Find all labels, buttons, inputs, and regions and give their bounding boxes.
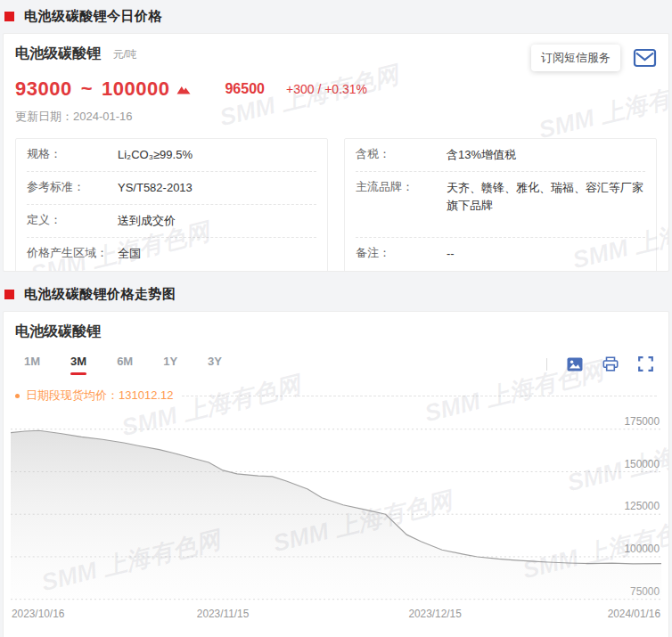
section-header-price-trend: 电池级碳酸锂价格走势图 [0, 278, 672, 311]
y-axis-label: 150000 [624, 458, 660, 470]
spec-label: 备注： [356, 245, 447, 261]
y-axis-label: 100000 [624, 543, 660, 555]
spec-value: 含13%增值税 [447, 146, 645, 164]
save-image-icon[interactable] [567, 357, 583, 372]
x-axis-label: 2024/01/16 [608, 608, 661, 620]
spec-row: 价格产生区域：全国 [27, 238, 316, 271]
envelope-icon[interactable] [633, 47, 657, 69]
spec-row: 备注：-- [356, 238, 645, 271]
product-title-group: 电池级碳酸锂 元/吨 [15, 45, 137, 63]
spec-value: 天齐、赣锋、雅化、瑞福、容汇等厂家旗下品牌 [447, 179, 645, 215]
chart-title: 电池级碳酸锂 [15, 323, 657, 341]
price-unit: 元/吨 [112, 48, 136, 61]
price-range-separator: ~ [81, 78, 93, 101]
tab-1m[interactable]: 1M [24, 355, 40, 373]
update-date-row: 更新日期：2024-01-16 [15, 109, 657, 125]
price-high: 100000 [102, 78, 169, 101]
time-range-tabs: 1M3M6M1Y3Y [15, 355, 252, 373]
chart-card: SMM 上海有色网 SMM 上海有色网 SMM 上海有色网 SMM 上海有色网 … [3, 311, 669, 637]
update-date-label: 更新日期： [15, 110, 73, 123]
spec-label: 含税： [356, 146, 447, 162]
up-arrow-icon [176, 85, 191, 94]
y-axis-label: 175000 [624, 415, 660, 428]
product-name: 电池级碳酸锂 [15, 45, 101, 61]
spec-value: Li₂CO₃≥99.5% [118, 146, 316, 164]
toolbar-divider [546, 358, 547, 371]
section-title-today-price: 电池级碳酸锂今日价格 [24, 8, 162, 25]
section-title-price-trend: 电池级碳酸锂价格走势图 [24, 286, 176, 303]
spec-label: 参考标准： [27, 179, 118, 195]
legend-dot-icon [15, 394, 20, 398]
x-axis-label: 2023/10/16 [12, 608, 65, 620]
spec-row: 主流品牌：天齐、赣锋、雅化、瑞福、容汇等厂家旗下品牌 [356, 172, 645, 238]
price-change: +300 / +0.31% [286, 82, 367, 96]
tab-6m[interactable]: 6M [117, 355, 133, 373]
tab-1y[interactable]: 1Y [163, 355, 177, 373]
spec-row: 规格：Li₂CO₃≥99.5% [27, 139, 316, 172]
page: 电池级碳酸锂今日价格 SMM 上海有色网 SMM 上海有色网 SMM 上海有色网… [0, 0, 672, 637]
tab-3m[interactable]: 3M [70, 355, 86, 373]
update-date-value: 2024-01-16 [73, 110, 133, 123]
spec-row: 含税：含13%增值税 [356, 139, 645, 172]
tab-3y[interactable]: 3Y [208, 355, 222, 373]
spec-label: 规格： [27, 146, 118, 162]
red-square-bullet [4, 290, 14, 299]
chart-legend: 日期段现货均价：131012.12 [15, 388, 657, 404]
spec-table-right: 含税：含13%增值税主流品牌：天齐、赣锋、雅化、瑞福、容汇等厂家旗下品牌备注：-… [344, 138, 657, 272]
price-low: 93000 [15, 78, 72, 101]
area-fill [11, 430, 661, 599]
section-header-today-price: 电池级碳酸锂今日价格 [0, 0, 672, 33]
spec-value: -- [447, 245, 645, 263]
spec-label: 主流品牌： [356, 179, 447, 195]
x-axis-label: 2023/12/15 [408, 608, 462, 620]
spec-label: 价格产生区域： [27, 245, 118, 261]
printer-icon[interactable] [602, 356, 619, 372]
price-chart-svg: 750001000001250001500001750002023/10/162… [11, 409, 661, 622]
spec-row: 定义：送到成交价 [27, 205, 316, 238]
spec-table-left: 规格：Li₂CO₃≥99.5%参考标准：YS/T582-2013定义：送到成交价… [15, 138, 328, 272]
subscribe-sms-button[interactable]: 订阅短信服务 [531, 45, 620, 71]
spec-value: YS/T582-2013 [118, 179, 316, 197]
spec-value: 全国 [118, 245, 316, 263]
y-axis-label: 125000 [624, 500, 660, 512]
x-axis-label: 2023/11/15 [197, 608, 250, 620]
price-card: SMM 上海有色网 SMM 上海有色网 SMM 上海有色网 SMM 上海有色网 … [3, 33, 669, 272]
red-square-bullet [4, 12, 14, 21]
price-chart[interactable]: 750001000001250001500001750002023/10/162… [11, 409, 661, 622]
spec-row: 参考标准：YS/T582-2013 [27, 172, 316, 205]
legend-text: 日期段现货均价：131012.12 [26, 388, 173, 404]
spec-label: 定义： [27, 212, 118, 228]
spec-value: 送到成交价 [118, 212, 316, 230]
fullscreen-icon[interactable] [638, 356, 653, 372]
avg-price: 96500 [225, 81, 265, 97]
dashed-separator [182, 396, 657, 396]
